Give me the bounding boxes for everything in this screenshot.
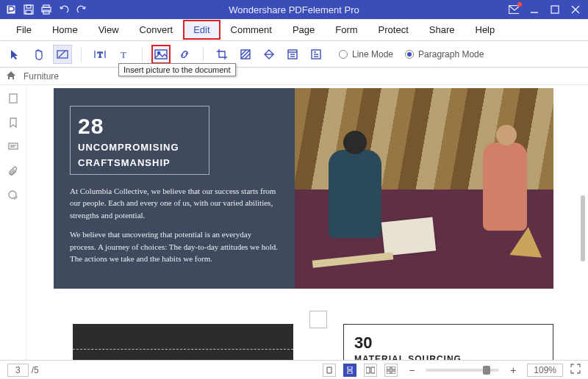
- select-tool-icon[interactable]: [6, 45, 25, 64]
- tooltip: Insert picture to the document: [118, 63, 236, 76]
- section-30-text-block: 30 MATERIAL SOURCING AND TREATMENT: [343, 324, 553, 360]
- status-bar: 3 /5 − + 109%: [0, 360, 588, 379]
- close-button[interactable]: [570, 4, 581, 15]
- menu-comment[interactable]: Comment: [220, 20, 282, 40]
- save-icon[interactable]: [24, 4, 34, 15]
- svg-point-36: [9, 191, 16, 198]
- zoom-out-button[interactable]: −: [405, 364, 418, 377]
- zoom-value[interactable]: 109%: [527, 364, 563, 377]
- section-30-number: 30: [354, 333, 542, 353]
- section-28-paragraph-1: At Columbia Collective, we believe that …: [70, 185, 279, 222]
- section-30-heading-1: MATERIAL SOURCING: [354, 354, 542, 360]
- document-tab[interactable]: Furniture: [24, 71, 59, 82]
- menu-protect[interactable]: Protect: [368, 20, 419, 40]
- title-bar: Wondershare PDFelement Pro: [0, 0, 588, 19]
- section-28-paragraph-2: We believe that uncovering that potentia…: [70, 228, 279, 265]
- section-28-text-block: 28 UNCOMPROMISING CRAFTSMANSHIP At Colum…: [54, 88, 295, 289]
- svg-rect-5: [43, 5, 49, 7]
- svg-line-23: [245, 54, 250, 59]
- svg-rect-7: [43, 10, 49, 14]
- add-image-tool-icon[interactable]: [151, 45, 171, 64]
- svg-rect-18: [155, 50, 167, 59]
- link-tool-icon[interactable]: [175, 45, 194, 64]
- background-tool-icon[interactable]: [259, 45, 279, 64]
- fullscreen-icon[interactable]: [570, 364, 581, 376]
- section-28-number: 28: [78, 114, 201, 139]
- page-number-input[interactable]: 3: [7, 364, 29, 377]
- svg-text:T: T: [121, 49, 126, 60]
- svg-rect-8: [509, 6, 520, 14]
- thumbnails-icon[interactable]: [7, 93, 19, 107]
- menu-view[interactable]: View: [88, 20, 129, 40]
- svg-rect-20: [241, 50, 250, 59]
- menu-help[interactable]: Help: [465, 20, 506, 40]
- redo-icon[interactable]: [76, 4, 87, 15]
- titlebar-window-controls: [509, 4, 588, 15]
- text-tool-icon[interactable]: T: [114, 45, 133, 64]
- view-continuous-icon[interactable]: [343, 364, 356, 377]
- menu-convert[interactable]: Convert: [129, 20, 184, 40]
- view-two-page-icon[interactable]: [364, 364, 377, 377]
- maximize-button[interactable]: [550, 4, 560, 15]
- svg-rect-3: [26, 5, 31, 8]
- watermark-tool-icon[interactable]: [236, 45, 255, 64]
- svg-text:T: T: [98, 50, 103, 59]
- menu-page[interactable]: Page: [282, 20, 325, 40]
- zoom-slider[interactable]: [426, 369, 499, 372]
- svg-line-22: [241, 50, 246, 55]
- svg-line-21: [241, 50, 250, 59]
- section-28-heading-1: UNCOMPROMISING: [78, 142, 201, 154]
- svg-rect-43: [392, 367, 395, 369]
- placeholder-box: [309, 311, 327, 328]
- svg-rect-0: [7, 5, 15, 14]
- view-single-icon[interactable]: [323, 364, 336, 377]
- svg-rect-1: [7, 5, 15, 14]
- svg-rect-4: [26, 10, 32, 14]
- menu-share[interactable]: Share: [419, 20, 465, 40]
- svg-line-11: [572, 6, 579, 13]
- svg-rect-38: [348, 367, 352, 369]
- menu-bar: File Home View Convert Edit Comment Page…: [0, 19, 588, 41]
- attachments-icon[interactable]: [7, 165, 19, 179]
- bookmarks-icon[interactable]: [7, 117, 19, 131]
- mail-icon[interactable]: [509, 4, 519, 15]
- page-total-label: /5: [32, 365, 39, 375]
- crop-tool-icon[interactable]: [212, 45, 232, 64]
- svg-rect-37: [327, 367, 331, 373]
- edit-toolbar: T T Line Mode Paragraph Mode Insert pict…: [0, 41, 588, 68]
- home-icon[interactable]: [6, 70, 16, 82]
- bates-number-tool-icon[interactable]: [306, 45, 326, 64]
- paragraph-mode-label: Paragraph Mode: [418, 49, 484, 59]
- menu-form[interactable]: Form: [325, 20, 368, 40]
- zoom-in-button[interactable]: +: [506, 364, 520, 377]
- separator: [81, 47, 82, 62]
- section-30-image: [73, 324, 293, 360]
- section-28-image: [295, 88, 553, 275]
- line-mode-radio[interactable]: Line Mode: [339, 49, 393, 59]
- menu-home[interactable]: Home: [42, 20, 88, 40]
- svg-rect-39: [348, 371, 352, 374]
- undo-icon[interactable]: [59, 4, 69, 15]
- left-sidebar: [0, 85, 26, 360]
- vertical-scrollbar[interactable]: [581, 195, 585, 261]
- svg-rect-41: [371, 367, 375, 373]
- svg-point-19: [158, 51, 160, 54]
- comments-icon[interactable]: [7, 141, 19, 155]
- print-icon[interactable]: [41, 4, 51, 15]
- content-area: 28 UNCOMPROMISING CRAFTSMANSHIP At Colum…: [0, 85, 588, 360]
- add-text-tool-icon[interactable]: T: [90, 45, 110, 64]
- titlebar-quick-actions: [0, 4, 87, 15]
- menu-edit[interactable]: Edit: [183, 20, 220, 40]
- view-two-continuous-icon[interactable]: [384, 364, 398, 377]
- paragraph-mode-radio[interactable]: Paragraph Mode: [405, 49, 484, 59]
- minimize-button[interactable]: [529, 4, 539, 15]
- svg-rect-24: [288, 50, 297, 59]
- hand-tool-icon[interactable]: [29, 45, 49, 64]
- svg-rect-44: [387, 371, 390, 374]
- svg-rect-32: [10, 94, 17, 103]
- edit-object-tool-icon[interactable]: [53, 45, 72, 64]
- search-panel-icon[interactable]: [7, 190, 19, 203]
- header-footer-tool-icon[interactable]: [283, 45, 302, 64]
- menu-file[interactable]: File: [6, 20, 42, 40]
- page-canvas[interactable]: 28 UNCOMPROMISING CRAFTSMANSHIP At Colum…: [26, 85, 588, 360]
